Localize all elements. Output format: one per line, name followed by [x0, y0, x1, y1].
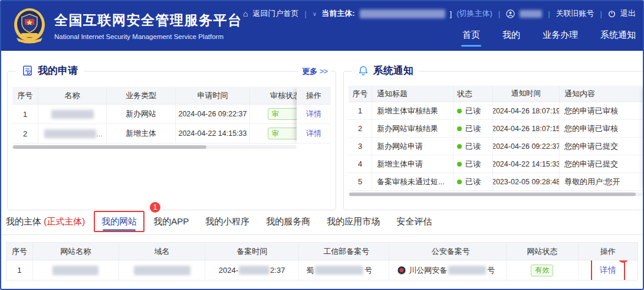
power-icon [608, 10, 616, 18]
my-applications-panel: 我的申请 更多 >> 序号 名称 业务类型 申请时间 审核状态 1 [7, 71, 336, 210]
notification-row: 4 新增主体申请 已读 2024-04-22 14:15:33 您的申请已提交 [349, 155, 644, 173]
tab-my-subject[interactable]: 我的主体 (正式主体) [6, 216, 85, 234]
read-status-dot [457, 162, 462, 167]
col-site-name: 网站名称 [33, 243, 119, 260]
horizontal-scrollbar[interactable] [12, 145, 297, 149]
tab-my-website[interactable]: 我的网站 1 [101, 216, 137, 234]
notif-status: 已读 [454, 120, 493, 137]
site-status: 有效 [507, 260, 578, 280]
site-no: 1 [6, 260, 33, 280]
app-header: 全国互联网安全管理服务平台 National Internet Security… [1, 1, 643, 51]
notif-time: 2024-04-26 09:22:37 [493, 138, 560, 155]
divider: | [497, 9, 501, 18]
col-status: 状态 [454, 86, 493, 102]
notif-no: 5 [349, 173, 372, 190]
police-badge-mini-icon [397, 266, 406, 275]
col-no: 序号 [349, 86, 372, 102]
tab-security-assessment[interactable]: 安全评估 [396, 216, 432, 234]
notif-no: 4 [349, 155, 372, 172]
notif-title: 新增主体审核结果 [372, 102, 454, 119]
horizontal-scrollbar[interactable] [349, 193, 644, 196]
notif-time: 2024-04-26 18:07:15 [493, 120, 560, 137]
divider: | [547, 9, 551, 18]
link-old-account[interactable]: 关联旧账号 [556, 8, 594, 19]
notif-status: 已读 [454, 173, 493, 190]
read-status-dot [457, 144, 462, 149]
site-domain-redacted [119, 260, 205, 280]
app-row-no: 2 [12, 124, 38, 143]
tab-my-provider[interactable]: 我的服务商 [266, 216, 310, 234]
notif-title: 新增主体申请 [372, 155, 454, 172]
notif-content: 您的申请已提交 [560, 138, 644, 155]
document-check-icon [22, 65, 33, 76]
system-notifications-panel: 系统通知 更多 >> 序号 通知标题 状态 通知时间 通知内容 1 [343, 71, 644, 210]
notif-time: 2023-02-05 09:28:48 [493, 173, 560, 190]
nav-business[interactable]: 业务办理 [543, 30, 578, 47]
application-row: 2 ... 新增主体 2024-04-22 14:15:33 审 [12, 124, 331, 144]
nav-mine[interactable]: 我的 [502, 30, 520, 47]
tab-label: 我的网站 [101, 216, 137, 226]
notifications-panel-title: 系统通知 [373, 64, 413, 77]
current-subject-redacted [360, 9, 445, 18]
col-no: 序号 [6, 243, 33, 260]
col-time: 通知时间 [493, 86, 560, 102]
app-row-time: 2024-04-22 14:15:33 [176, 124, 250, 143]
application-detail-link[interactable]: 详情 [306, 128, 321, 139]
divider: | [303, 9, 307, 18]
portal-home-link[interactable]: 返回门户首页 [252, 8, 298, 19]
website-row: 1 2024-2:37 蜀号 川公网安备号 有效 详情 2 [6, 260, 638, 281]
notifications-table-header: 序号 通知标题 状态 通知时间 通知内容 [349, 86, 644, 102]
current-subject-label: 当前主体: [321, 8, 354, 19]
read-status-dot [457, 126, 462, 131]
col-action: 操作 [297, 87, 331, 105]
site-record-time: 2024-2:37 [205, 260, 299, 280]
read-status-dot [457, 180, 462, 184]
col-status: 网站状态 [507, 243, 578, 260]
main-nav: 首页 我的 业务办理 系统通知 [462, 30, 636, 47]
applications-more-link[interactable]: 更多 >> [298, 66, 331, 77]
police-badge-logo [13, 7, 46, 44]
annotation-badge-step2: 2 [618, 260, 629, 263]
notif-no: 2 [349, 120, 372, 137]
notification-row: 5 备案审核未通过短... 已读 2023-02-05 09:28:48 尊敬的… [349, 173, 644, 191]
nav-notices[interactable]: 系统通知 [600, 30, 636, 47]
page-title: 全国互联网安全管理服务平台 [54, 11, 242, 30]
logout-link[interactable]: 退出 [620, 8, 636, 19]
col-type: 业务类型 [107, 87, 176, 104]
asset-tabbar: 我的主体 (正式主体) 我的网站 1 我的APP 我的小程序 我的服务商 我的应… [1, 210, 643, 235]
notif-content: 尊敬的用户:您开 [560, 173, 644, 190]
col-record-time: 备案时间 [205, 243, 299, 260]
more-label: 更多 [302, 67, 317, 76]
username-redacted [520, 10, 542, 18]
status-badge: 有效 [531, 265, 553, 276]
tab-my-miniprogram[interactable]: 我的小程序 [205, 216, 249, 234]
notif-title: 备案审核未通过短... [372, 173, 454, 190]
tab-my-app[interactable]: 我的APP [153, 216, 189, 234]
websites-table-header: 序号 网站名称 域名 备案时间 工信部备案号 公安备案号 网站状态 操作 [6, 243, 638, 260]
site-miit-number: 蜀号 [299, 260, 389, 280]
notif-time: 2024-04-26 18:07:19 [493, 102, 560, 119]
chevron-down-icon: ∨ [313, 11, 317, 17]
app-row-no: 1 [12, 105, 38, 123]
switch-subject-link[interactable]: (切换主体) [456, 8, 492, 19]
notif-title: 新办网站审核结果 [372, 120, 454, 137]
application-detail-link[interactable]: 详情 [306, 109, 321, 119]
page-subtitle: National Internet Security Management Se… [54, 33, 242, 40]
site-name-redacted [33, 260, 119, 280]
applications-panel-title: 我的申请 [38, 64, 78, 77]
platform-page: 全国互联网安全管理服务平台 National Internet Security… [0, 0, 644, 290]
header-topbar: ⌂ 返回门户首页 | ∨ 当前主体: ] (切换主体) | | 关联旧账号 | … [243, 8, 636, 19]
app-row-time: 2024-04-26 09:22:37 [176, 105, 250, 123]
app-row-type: 新增主体 [107, 124, 176, 143]
col-no: 序号 [12, 87, 38, 104]
notif-status: 已读 [454, 102, 493, 119]
nav-home[interactable]: 首页 [462, 30, 480, 47]
col-time: 申请时间 [176, 87, 250, 104]
notif-content: 您的申请已审核 [560, 120, 644, 137]
col-title: 通知标题 [372, 86, 454, 102]
notif-content: 您的申请已提交 [560, 155, 644, 172]
col-content: 通知内容 [560, 86, 644, 102]
website-detail-link[interactable]: 详情 [600, 265, 616, 276]
site-action: 详情 2 [579, 260, 638, 280]
tab-my-app-market[interactable]: 我的应用市场 [327, 216, 380, 234]
